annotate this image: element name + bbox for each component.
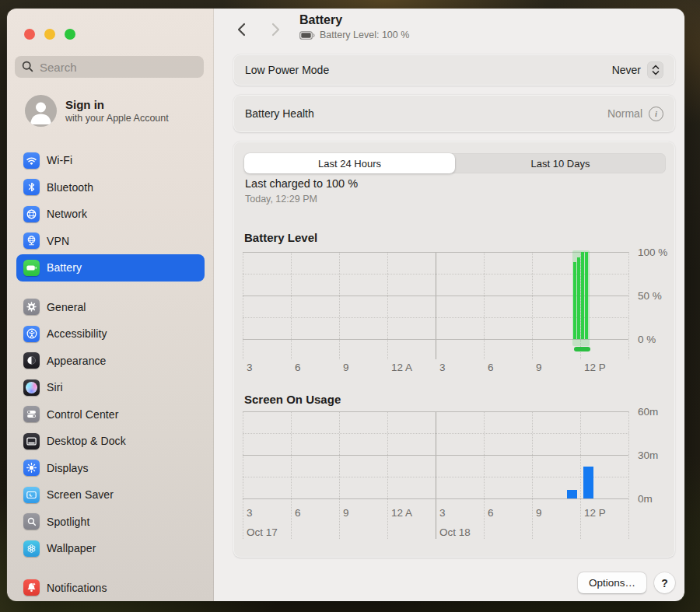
gridline <box>243 477 628 477</box>
battery-level-status: Battery Level: 100 % <box>320 30 409 40</box>
sidebar-item-label: Appearance <box>47 355 107 367</box>
window-controls <box>24 29 75 40</box>
sidebar-item-label: Battery <box>47 261 82 274</box>
forward-button[interactable] <box>268 19 282 40</box>
gridline <box>243 296 628 296</box>
screen-on-usage-plot <box>243 411 628 498</box>
gridline <box>243 498 628 499</box>
search-field[interactable] <box>15 56 204 78</box>
vpn-globe-icon <box>23 233 40 249</box>
back-button[interactable] <box>234 19 248 40</box>
low-power-mode-value: Never <box>612 64 641 76</box>
battery-icon <box>23 260 40 276</box>
gridline <box>580 411 581 539</box>
gridline <box>243 317 628 318</box>
x-axis-label: 9 <box>536 362 542 373</box>
wifi-icon <box>23 152 40 169</box>
x-axis-label: 3 <box>247 362 253 373</box>
battery-level-chart: 100 %50 %0 %36912 A36912 P <box>243 252 628 339</box>
gridline <box>339 411 340 539</box>
x-axis-label: 3 <box>439 362 446 373</box>
sidebar-item-siri[interactable]: Siri <box>16 374 205 401</box>
sidebar-item-screen-saver[interactable]: Screen Saver <box>16 481 205 509</box>
x-axis-label: 3 <box>247 507 253 519</box>
sidebar-item-control-center[interactable]: Control Center <box>16 401 205 428</box>
sidebar-item-wallpaper[interactable]: Wallpaper <box>16 535 205 562</box>
sidebar-item-desktop-dock[interactable]: Desktop & Dock <box>16 428 205 455</box>
y-axis-label: 100 % <box>638 247 667 258</box>
x-axis-label: 6 <box>295 362 301 373</box>
sidebar-item-label: Bluetooth <box>47 181 93 194</box>
y-axis-label: 0 % <box>638 334 656 345</box>
sidebar-item-bluetooth[interactable]: Bluetooth <box>16 174 205 201</box>
sidebar-item-appearance[interactable]: Appearance <box>16 348 205 375</box>
gridline <box>243 274 628 275</box>
flower-icon <box>23 540 40 557</box>
low-power-mode-row: Low Power Mode Never <box>233 54 675 86</box>
gridline <box>243 252 628 253</box>
sidebar-item-label: Wi-Fi <box>47 154 72 166</box>
battery-health-label: Battery Health <box>245 107 314 120</box>
chart-bar <box>573 262 576 339</box>
sidebar-item-wifi[interactable]: Wi-Fi <box>16 147 205 174</box>
sidebar-item-label: Screen Saver <box>47 488 114 501</box>
battery-level-plot <box>243 252 628 339</box>
chart-bar <box>567 490 577 498</box>
search-input[interactable] <box>15 56 204 78</box>
battery-health-row: Battery Health Normal i <box>233 95 675 132</box>
options-button[interactable]: Options… <box>578 572 646 593</box>
gridline <box>243 339 628 340</box>
battery-status-icon <box>299 31 315 40</box>
tab-last-10-days[interactable]: Last 10 Days <box>455 153 666 173</box>
x-axis-label: 6 <box>488 362 494 373</box>
sidebar-group-divider <box>16 282 205 294</box>
battery-level-chart-title: Battery Level <box>244 231 317 244</box>
x-axis-label: 6 <box>295 507 301 519</box>
sidebar-item-label: Spotlight <box>47 516 89 528</box>
help-button[interactable]: ? <box>654 572 675 593</box>
sidebar-item-displays[interactable]: Displays <box>16 455 205 482</box>
sidebar-item-network[interactable]: Network <box>16 201 205 228</box>
y-axis-label: 50 % <box>638 290 662 302</box>
low-power-mode-stepper[interactable] <box>647 61 663 79</box>
avatar <box>25 95 57 127</box>
gridline <box>243 411 243 539</box>
sidebar-item-label: VPN <box>47 235 69 247</box>
sidebar-group-divider <box>16 562 205 575</box>
battery-usage-card: Last 24 Hours Last 10 Days Last charged … <box>233 142 675 558</box>
gridline <box>387 252 388 359</box>
info-icon[interactable]: i <box>649 107 663 121</box>
sidebar-item-vpn[interactable]: VPN <box>16 228 205 255</box>
sidebar-item-battery[interactable]: Battery <box>16 254 205 282</box>
sign-in-row[interactable]: Sign in with your Apple Account <box>25 95 169 127</box>
sidebar-item-spotlight[interactable]: Spotlight <box>16 509 205 536</box>
sidebar-item-notifications[interactable]: Notifications <box>16 575 205 602</box>
chart-bar <box>583 467 593 498</box>
system-settings-window: Sign in with your Apple Account Wi-Fi Bl… <box>7 9 684 601</box>
gridline <box>243 433 628 434</box>
close-button[interactable] <box>24 29 35 40</box>
sidebar-item-accessibility[interactable]: Accessibility <box>16 320 205 348</box>
globe-icon <box>23 206 40 222</box>
accessibility-icon <box>23 326 40 342</box>
sidebar-item-label: Network <box>47 208 87 220</box>
zoom-button[interactable] <box>65 29 75 40</box>
screen-saver-icon <box>23 487 40 503</box>
gridline <box>628 411 629 539</box>
minimize-button[interactable] <box>44 29 55 40</box>
y-axis-label: 0m <box>638 493 653 505</box>
tab-last-24-hours[interactable]: Last 24 Hours <box>244 153 455 173</box>
date-label: Oct 18 <box>439 526 471 538</box>
gridline <box>339 252 340 359</box>
bluetooth-icon <box>23 179 40 195</box>
screen-on-usage-chart-title: Screen On Usage <box>244 393 341 406</box>
appearance-icon <box>23 352 40 369</box>
sidebar-item-general[interactable]: General <box>16 294 205 321</box>
x-axis-label: 9 <box>343 362 349 373</box>
sidebar-item-label: Control Center <box>47 408 118 421</box>
x-axis-label: 3 <box>439 507 446 519</box>
x-axis-label: 9 <box>343 507 349 519</box>
low-power-mode-label: Low Power Mode <box>245 64 329 76</box>
bell-icon <box>23 579 40 596</box>
x-axis-label: 12 A <box>391 362 412 373</box>
